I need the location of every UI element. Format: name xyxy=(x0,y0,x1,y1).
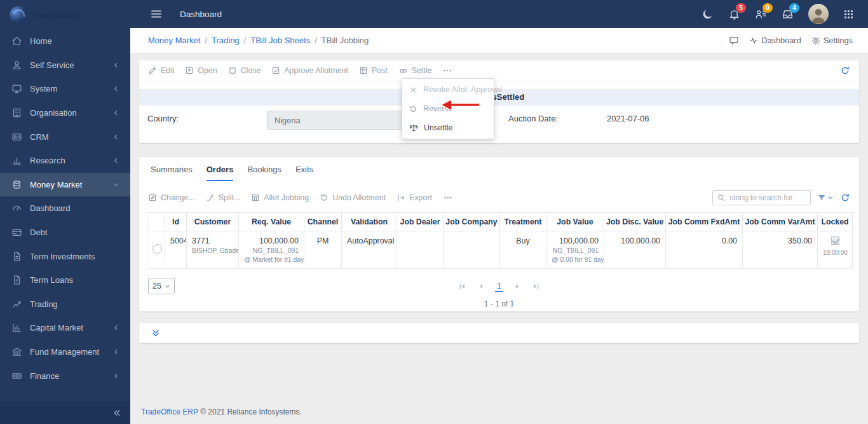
menu-item-reverse[interactable]: Reverse xyxy=(402,99,494,118)
tab-orders[interactable]: Orders xyxy=(207,165,234,181)
auction-date-label: Auction Date: xyxy=(508,114,558,123)
column-header[interactable]: Job Comm FxdAmt xyxy=(666,213,743,231)
column-header[interactable]: Job Comm VarAmt xyxy=(743,213,818,231)
inbox-badge: 4 xyxy=(789,3,799,13)
sidebar-item-self-service[interactable]: Self Service xyxy=(0,53,130,78)
column-header[interactable]: Job Company xyxy=(444,213,500,231)
row-radio-button[interactable] xyxy=(153,244,162,254)
cell-job-disc-value: 100,000.00 xyxy=(609,236,660,245)
coins-icon xyxy=(11,179,22,190)
document-icon xyxy=(11,275,22,285)
scales-icon xyxy=(409,123,418,132)
breadcrumb-money-market[interactable]: Money Market xyxy=(148,36,200,45)
split-label: Split... xyxy=(219,193,240,202)
cell-channel: PM xyxy=(309,236,336,245)
settings-link[interactable]: Settings xyxy=(811,36,853,45)
sidebar-item-label: Organisation xyxy=(30,108,77,118)
column-header[interactable]: Req. Value xyxy=(239,213,304,231)
split-button[interactable]: Split... xyxy=(206,193,240,202)
breadcrumb-separator: / xyxy=(244,36,247,45)
undo-icon xyxy=(320,193,329,202)
bank-icon xyxy=(11,346,22,357)
sidebar-item-finance[interactable]: Finance xyxy=(0,364,130,388)
sidebar-collapse-button[interactable] xyxy=(0,401,130,424)
filter-funnel-icon[interactable] xyxy=(817,193,834,202)
undo-allotment-button[interactable]: Undo Allotment xyxy=(320,193,386,202)
search-input[interactable] xyxy=(712,190,811,205)
app-logo[interactable]: TradeOffice xyxy=(0,0,130,29)
column-header[interactable]: Channel xyxy=(304,213,342,231)
breadcrumb-tbill-job-sheets[interactable]: TBill Job Sheets xyxy=(250,36,310,45)
breadcrumb-current: TBill Jobbing xyxy=(322,36,369,45)
post-button[interactable]: Post xyxy=(359,66,388,75)
change-button[interactable]: Change... xyxy=(148,193,195,202)
dashboard-link[interactable]: Dashboard xyxy=(749,36,801,45)
apps-grid-icon[interactable] xyxy=(843,9,854,20)
cell-job-security: NG_TBILL_091 xyxy=(552,247,599,254)
sidebar-item-research[interactable]: Research xyxy=(0,149,130,173)
sidebar-item-term-investments[interactable]: Term Investments xyxy=(0,244,130,268)
tab-exits[interactable]: Exits xyxy=(295,165,313,181)
sidebar-item-system[interactable]: System xyxy=(0,77,130,101)
undo-allotment-label: Undo Allotment xyxy=(332,193,386,202)
export-button[interactable]: Export xyxy=(397,193,432,202)
sidebar-item-capital-market[interactable]: Capital Market xyxy=(0,316,130,340)
hamburger-menu-icon[interactable] xyxy=(150,8,163,20)
more-orders-actions-button[interactable] xyxy=(443,193,453,203)
sidebar-item-organisation[interactable]: Organisation xyxy=(0,101,130,125)
tab-bookings[interactable]: Bookings xyxy=(247,165,281,181)
sidebar-item-crm[interactable]: CRM xyxy=(0,125,130,149)
open-button[interactable]: Open xyxy=(185,66,217,75)
inbox-icon[interactable]: 4 xyxy=(782,8,794,20)
column-header[interactable]: Job Dealer xyxy=(397,213,444,231)
previous-page-button[interactable] xyxy=(477,282,485,291)
locked-checkbox[interactable] xyxy=(831,236,839,245)
settle-button[interactable]: Settle xyxy=(398,66,432,76)
sidebar-item-trading[interactable]: Trading xyxy=(0,292,130,317)
edit-button[interactable]: Edit xyxy=(148,66,174,75)
sidebar-item-dashboard[interactable]: Dashboard xyxy=(0,196,130,221)
sidebar-item-fund-management[interactable]: Fund Management xyxy=(0,340,130,364)
tasks-icon[interactable]: 0 xyxy=(755,8,767,20)
last-page-button[interactable] xyxy=(532,282,540,291)
column-header[interactable]: Id xyxy=(165,213,187,231)
more-actions-button[interactable] xyxy=(442,65,452,76)
page-title: Dashboard xyxy=(180,10,222,19)
first-page-button[interactable] xyxy=(458,282,466,291)
next-page-button[interactable] xyxy=(513,282,522,291)
column-header[interactable]: Job Value xyxy=(546,213,604,231)
topbar-actions: 5 0 4 xyxy=(702,4,868,24)
allot-jobbing-button[interactable]: Allot Jobbing xyxy=(251,193,309,202)
breadcrumb-bar: Money Market / Trading / TBill Job Sheet… xyxy=(130,28,868,53)
footer-brand-link[interactable]: TradeOffice ERP xyxy=(141,407,198,416)
user-avatar[interactable] xyxy=(808,4,829,24)
menu-item-unsettle[interactable]: Unsettle xyxy=(402,118,494,137)
sidebar-item-term-loans[interactable]: Term Loans xyxy=(0,268,130,292)
close-button[interactable]: Close xyxy=(228,66,261,75)
refresh-table-icon[interactable] xyxy=(840,193,850,203)
dark-mode-toggle[interactable] xyxy=(702,8,714,20)
approve-allotment-button[interactable]: Approve Allotment xyxy=(271,66,348,75)
notifications-bell-icon[interactable]: 5 xyxy=(728,8,740,20)
breadcrumb-trading[interactable]: Trading xyxy=(212,36,240,45)
cell-customer-name: BISHOP, Gbade xyxy=(192,247,233,254)
column-header[interactable]: Treatment xyxy=(500,213,546,231)
double-chevron-down-icon[interactable] xyxy=(151,328,161,338)
column-header[interactable]: Locked xyxy=(818,213,853,231)
page-size-select[interactable]: 25 xyxy=(148,278,175,294)
column-header[interactable]: Customer xyxy=(187,213,239,231)
sidebar-item-debt[interactable]: Debt xyxy=(0,221,130,245)
sidebar-item-home[interactable]: Home xyxy=(0,29,130,53)
column-header[interactable]: Job Disc. Value xyxy=(604,213,666,231)
refresh-icon[interactable] xyxy=(840,65,850,76)
sidebar-item-label: Debt xyxy=(30,228,47,237)
menu-item-revoke-allot-approval[interactable]: Revoke Allot. Approval xyxy=(402,80,494,99)
gauge-icon xyxy=(11,203,22,214)
comment-icon[interactable] xyxy=(729,36,739,46)
column-header[interactable]: Validation xyxy=(342,213,397,231)
tab-summaries[interactable]: Summaries xyxy=(151,165,193,181)
open-label: Open xyxy=(198,66,217,75)
sidebar-item-money-market[interactable]: Money Market xyxy=(0,173,130,197)
current-page[interactable]: 1 xyxy=(495,281,503,292)
sidebar-item-label: Trading xyxy=(30,299,58,309)
